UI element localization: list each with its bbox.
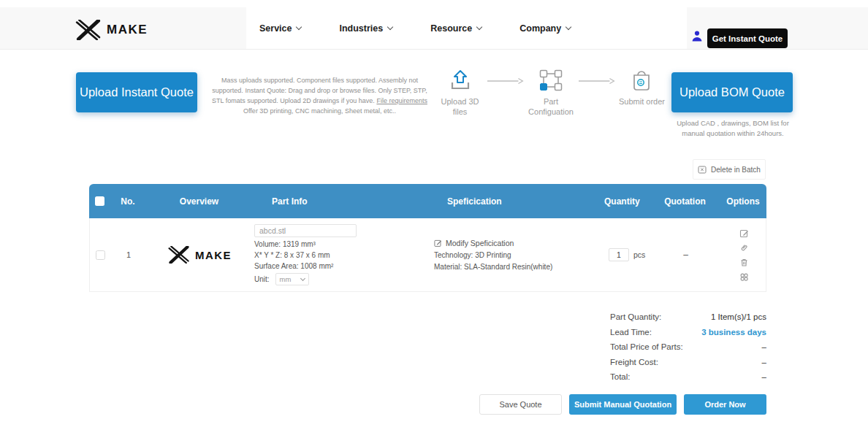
unit-label: Unit: <box>254 275 270 283</box>
main-nav: Service Industries Resource Company <box>246 7 687 49</box>
step-arrow-icon <box>578 77 615 85</box>
summary-part-quantity: Part Quantity: 1 Item(s)/1 pcs <box>610 310 766 325</box>
xmake-x-icon <box>168 246 190 264</box>
part-config-icon <box>538 69 563 92</box>
edit-note-icon[interactable] <box>739 228 749 238</box>
modify-specification-link[interactable]: Modify Speficication <box>434 239 585 247</box>
part-overview-thumbnail: MAKE <box>147 246 253 264</box>
get-instant-quote-button[interactable]: Get Instant Quote <box>707 28 788 48</box>
step-upload-3d-files: Upload 3D files <box>435 69 485 118</box>
part-info-cell: Volume: 1319 mm³ X* Y * Z: 8 x 37 x 6 mm… <box>253 224 428 285</box>
row-number: 1 <box>110 250 147 259</box>
specification-cell: Modify Speficication Technology: 3D Prin… <box>428 239 585 271</box>
quote-steps: Upload 3D files Part Configuation Submit… <box>435 69 667 118</box>
row-checkbox[interactable] <box>96 250 105 260</box>
parts-table: No. Overview Part Info Speficication Qua… <box>89 184 766 292</box>
nav-item-resource[interactable]: Resource <box>430 23 481 34</box>
file-requirements-link[interactable]: File requirements <box>376 97 427 104</box>
chevron-down-icon <box>566 24 571 30</box>
attachment-icon[interactable] <box>739 243 749 253</box>
select-all-checkbox[interactable] <box>95 196 104 206</box>
batch-delete-icon <box>698 165 707 174</box>
bom-note: Upload CAD , drawings, BOM list for manu… <box>673 118 793 139</box>
col-options: Options <box>720 196 766 207</box>
technology-text: Technology: 3D Printing <box>434 251 585 259</box>
options-cell <box>720 228 767 282</box>
summary-total-price: Total Price of Parts: – <box>610 339 766 355</box>
part-volume: Volume: 1319 mm³ <box>254 240 428 248</box>
chevron-down-icon <box>300 276 305 281</box>
edit-icon <box>434 239 442 247</box>
col-quotation: Quotation <box>650 196 720 207</box>
col-specification: Speficication <box>427 196 585 207</box>
upload-instant-quote-button[interactable]: Upload Instant Quote <box>76 72 197 112</box>
upload-note-line3: Offer 3D printing, CNC machining, Sheet … <box>243 107 396 115</box>
material-text: Material: SLA-Standard Resin(white) <box>434 263 585 271</box>
col-overview: Overview <box>146 196 252 207</box>
quantity-cell: pcs <box>585 248 651 261</box>
quotation-value: – <box>651 250 720 260</box>
brand-text: MAKE <box>107 23 148 37</box>
delete-icon[interactable] <box>739 258 749 267</box>
header-bar: MAKE Service Industries Resource Company… <box>0 7 868 50</box>
chevron-down-icon <box>387 24 393 30</box>
account-icon[interactable] <box>691 30 703 45</box>
nav-item-industries[interactable]: Industries <box>339 23 392 34</box>
col-quantity: Quantity <box>585 196 650 207</box>
xmake-x-icon <box>75 20 102 40</box>
file-name-input[interactable] <box>254 224 357 237</box>
summary-freight-cost: Freight Cost: – <box>610 355 766 370</box>
table-row: 1 MAKE Volume: 1319 mm³ X* Y * Z: 8 x 37… <box>89 218 766 292</box>
submit-manual-quotation-button[interactable]: Submit Manual Quotation <box>569 394 677 415</box>
summary-total: Total: – <box>610 369 766 385</box>
upload-bom-quote-button[interactable]: Upload BOM Quote <box>671 72 793 112</box>
order-summary: Part Quantity: 1 Item(s)/1 pcs Lead Time… <box>610 310 766 385</box>
chevron-down-icon <box>476 24 482 30</box>
brand-logo[interactable]: MAKE <box>75 20 148 40</box>
order-now-button[interactable]: Order Now <box>684 394 766 415</box>
overview-logo-text: MAKE <box>195 249 232 261</box>
nav-item-service[interactable]: Service <box>259 23 301 34</box>
upload-notes: Mass uploads supported. Component files … <box>210 76 430 117</box>
unit-select[interactable]: mm <box>275 273 309 285</box>
col-part-info: Part Info <box>252 196 427 207</box>
quantity-unit: pcs <box>633 250 645 259</box>
step-part-configuration: Part Configuation <box>525 69 576 118</box>
quantity-input[interactable] <box>609 248 629 261</box>
step-submit-order: Submit order <box>617 69 667 107</box>
part-surface-area: Surface Area: 1008 mm² <box>254 262 428 270</box>
summary-lead-time: Lead Time: 3 business days <box>610 325 766 340</box>
col-no: No. <box>110 196 146 207</box>
nav-item-company[interactable]: Company <box>519 23 571 34</box>
part-dimensions: X* Y * Z: 8 x 37 x 6 mm <box>254 251 428 259</box>
delete-in-batch-button[interactable]: Delete in Batch <box>693 159 766 180</box>
chevron-down-icon <box>296 24 302 30</box>
upload-3d-icon <box>447 69 473 92</box>
save-quote-button[interactable]: Save Quote <box>479 394 562 415</box>
copies-icon[interactable] <box>739 272 749 282</box>
submit-order-icon <box>631 69 652 92</box>
step-arrow-icon <box>487 77 524 85</box>
table-header-row: No. Overview Part Info Speficication Qua… <box>89 184 766 218</box>
